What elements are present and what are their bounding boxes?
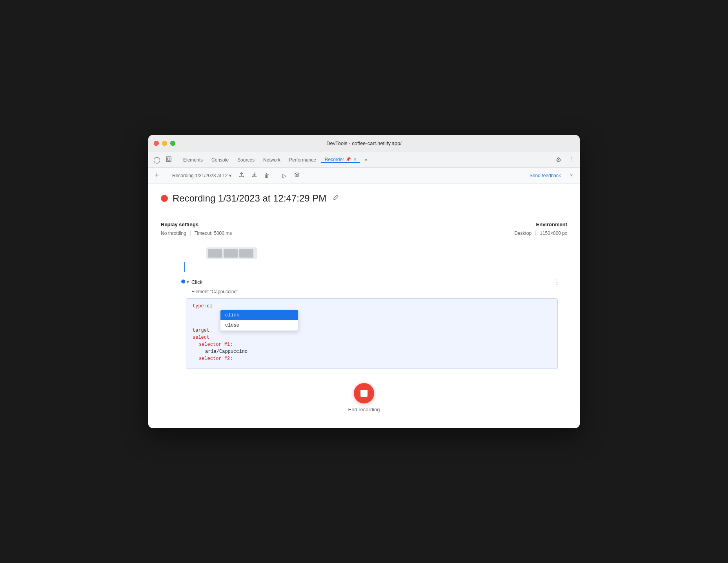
tab-bar-right: ⚙ ⋮ [553,152,577,167]
selector-val: aria/Cappuccino [205,349,248,354]
more-options-button[interactable]: ⋮ [566,154,577,165]
recording-selector[interactable]: Recording 1/31/2023 at 12 ▾ [169,170,235,181]
stop-icon [360,390,368,397]
cursor-icon: ◯ [153,156,160,163]
record-step-icon [294,172,300,179]
replay-settings-row: Replay settings No throttling Timeout: 5… [161,222,567,236]
recording-selector-value: Recording 1/31/2023 at 12 [172,173,228,178]
tab-more[interactable]: » [361,157,371,163]
code-line-select: select [193,335,551,340]
more-vert-icon: ⋮ [568,156,574,163]
record-step-button[interactable] [291,170,302,181]
screenshot-thumb-3 [239,249,253,258]
replay-values-divider [190,231,191,236]
autocomplete-dropdown: click close [220,310,298,331]
environment-section: Environment Desktop 1150×800 px [514,222,567,236]
code-line-type: type: cl [193,303,551,309]
tab-elements[interactable]: Elements [179,157,207,163]
new-recording-button[interactable]: + [151,170,162,181]
autocomplete-item-close[interactable]: close [220,320,298,331]
svg-rect-0 [166,157,171,162]
screenshot-strip [206,247,257,259]
autocomplete-item-click[interactable]: click [220,310,298,320]
plus-icon: + [155,171,159,180]
tab-sources[interactable]: Sources [233,157,258,163]
window-title: DevTools - coffee-cart.netlify.app/ [326,140,402,146]
help-button[interactable]: ? [566,170,577,181]
replay-icon: ▷ [282,173,287,179]
device-value: Desktop [514,231,531,236]
close-button[interactable] [154,141,159,146]
help-icon: ? [570,173,572,178]
settings-button[interactable]: ⚙ [553,154,564,165]
tab-bar-left: ◯ Elements Console Sources [151,152,371,167]
tab-recorder[interactable]: Recorder 📌 × [321,157,360,163]
send-feedback-button[interactable]: Send feedback [526,171,564,180]
recorder-pin-icon: 📌 [346,157,351,162]
step-dot [181,280,185,283]
selector1-label: selector #1: [199,342,233,347]
step-subtitle: Element "Cappuccino" [186,289,562,294]
selector2-label: selector #2: [199,356,233,361]
resolution-value: 1150×800 px [540,231,567,236]
import-button[interactable] [249,170,260,181]
window-controls [154,141,175,146]
import-icon [251,172,257,179]
step-name: Click [191,279,202,285]
replay-settings-section: Replay settings No throttling Timeout: 5… [161,222,232,236]
environment-values: Desktop 1150×800 px [514,231,567,236]
env-values-divider [535,231,536,236]
delete-icon: 🗑 [264,173,269,179]
screenshot-thumb-2 [224,249,238,258]
delete-button[interactable]: 🗑 [261,170,272,181]
main-content: Recording 1/31/2023 at 12:47:29 PM Repla… [148,183,580,428]
settings-icon: ⚙ [556,156,561,163]
step-title-row: ▼ Click ⋮ [186,276,562,287]
screenshot-thumb-1 [208,249,222,258]
throttling-value: No throttling [161,231,186,236]
tab-console[interactable]: Console [207,157,233,163]
step-content: ▼ Click ⋮ Element "Cappuccino" type: cl [186,276,562,369]
select-key: select [193,335,209,340]
end-recording-section: End recording [161,374,567,419]
code-line-selector2: selector #2: [193,356,551,361]
replay-settings-heading: Replay settings [161,222,232,227]
type-key: type: [193,303,207,309]
maximize-button[interactable] [170,141,175,146]
replay-values: No throttling Timeout: 5000 ms [161,231,232,236]
export-icon [239,172,244,179]
edit-title-icon[interactable] [331,193,340,204]
code-line-selector1: selector #1: [193,342,551,347]
timeline-line [184,262,185,272]
recorder-close-icon[interactable]: × [353,157,356,162]
step-item-click: ▼ Click ⋮ Element "Cappuccino" type: cl [161,272,567,374]
environment-heading: Environment [514,222,567,227]
tab-bar-spacer [371,152,553,167]
minimize-button[interactable] [162,141,167,146]
step-more-button[interactable]: ⋮ [551,276,562,287]
timeout-value: Timeout: 5000 ms [195,231,232,236]
end-recording-label: End recording [348,407,380,412]
svg-rect-1 [167,158,170,160]
code-editor[interactable]: type: cl click close [186,298,558,369]
inspector-icon [166,156,172,164]
target-key: target [193,328,209,333]
type-val: cl [207,303,212,309]
end-recording-button[interactable] [354,383,374,403]
more-vert-icon-step: ⋮ [554,278,560,286]
title-bar: DevTools - coffee-cart.netlify.app/ [148,135,580,152]
inspector-tool-button[interactable] [163,154,174,165]
code-line-selectorval: aria/Cappuccino [193,349,551,354]
recording-title: Recording 1/31/2023 at 12:47:29 PM [173,193,326,204]
tab-network[interactable]: Network [259,157,284,163]
svg-point-3 [296,174,298,176]
steps-area: ▼ Click ⋮ Element "Cappuccino" type: cl [161,244,567,374]
export-button[interactable] [236,170,247,181]
replay-button[interactable]: ▷ [279,170,290,181]
cursor-tool-button[interactable]: ◯ [151,154,162,165]
recording-indicator [161,195,168,202]
recording-toolbar: + Recording 1/31/2023 at 12 ▾ 🗑 [148,168,580,183]
tab-bar: ◯ Elements Console Sources [148,152,580,168]
tab-performance[interactable]: Performance [285,157,320,163]
chevron-down-icon: ▾ [229,173,231,178]
